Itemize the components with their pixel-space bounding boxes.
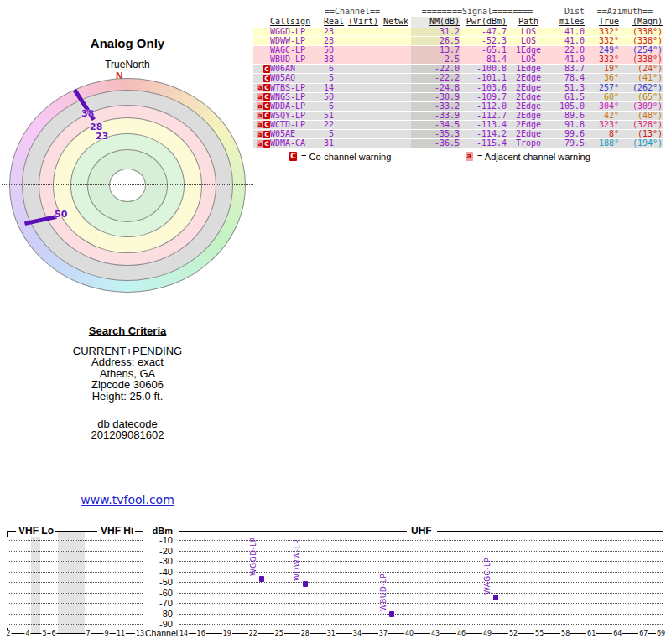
cell-magnetic-azimuth: (48°) — [619, 112, 663, 120]
channel-tick-34: 34 — [352, 630, 362, 637]
polar-plot-title: Analog Only — [0, 36, 255, 50]
table-row-WCTD-LP: aCWCTD-LP22-34.5-113.42Edge91.8323°(328°… — [253, 121, 663, 130]
cell-path: LOS — [507, 28, 544, 36]
cell-path: 2Edge — [507, 112, 544, 120]
table-row-WGGD-LP: WGGD-LP2331.2-47.7LOS41.0332°(338°) — [253, 28, 663, 37]
cell-nm-db: -35.3 — [411, 130, 460, 138]
cell-callsign: WGGD-LP — [270, 28, 324, 36]
signal-table: ==Channel== ========Signal======== Dist … — [253, 7, 663, 148]
tvfool-link[interactable]: www.tvfool.com — [81, 493, 174, 506]
criteria-line-height: Height: 25.0 ft. — [0, 391, 255, 402]
y-tick--90: -90 — [143, 619, 173, 629]
cell-callsign: WCTD-LP — [270, 121, 324, 129]
cell-magnetic-azimuth: (338°) — [619, 28, 663, 36]
cell-miles: 89.6 — [544, 112, 585, 120]
cell-real-channel: 5 — [324, 74, 346, 82]
channel-tick-49: 49 — [482, 630, 492, 637]
co-channel-warning-icon: C — [263, 65, 270, 73]
gridline — [8, 540, 143, 541]
table-row-WDMA-CA: aCWDMA-CA31-36.5-115.4Tropo79.5188°(194°… — [253, 139, 663, 148]
polar-marker-label-23: 23 — [96, 131, 108, 142]
cell-virt-channel — [346, 46, 381, 55]
group-header-signal: ========Signal======== — [411, 7, 544, 17]
cell-nm-db: -2.5 — [411, 55, 460, 64]
adjacent-channel-warning-icon: a — [257, 84, 263, 91]
cell-callsign: WDDA-LP — [270, 102, 324, 111]
co-channel-warning-icon: C — [263, 84, 270, 91]
channel-tick-31: 31 — [326, 630, 336, 637]
panel-label-vhf-lo: VHF Lo — [17, 525, 55, 537]
col-miles: miles — [559, 17, 585, 26]
cell-miles: 51.3 — [544, 84, 585, 92]
adjacent-channel-warning-icon: a — [257, 140, 263, 148]
channel-tick-69: 69 — [656, 630, 666, 637]
cell-true-azimuth: 332° — [585, 37, 619, 45]
gridline — [8, 603, 143, 604]
cell-callsign: WDWW-LP — [270, 37, 324, 45]
criteria-line-zip: Zipcode 30606 — [0, 379, 255, 390]
col-pwr: Pwr(dBm) — [466, 17, 507, 26]
cell-callsign: WSQY-LP — [270, 112, 324, 120]
table-row-WTBS-LP: aCWTBS-LP14-24.8-103.62Edge51.3257°(262°… — [253, 84, 663, 93]
gridline — [8, 624, 143, 625]
cell-true-azimuth: 36° — [585, 74, 619, 82]
adjacent-channel-warning-icon: a — [257, 121, 263, 128]
channel-tick-28: 28 — [300, 630, 310, 637]
cell-miles: 22.0 — [544, 46, 585, 55]
channel-tick-5: 5 — [41, 630, 47, 637]
group-header-dist: Dist — [544, 7, 585, 17]
cell-network — [381, 112, 411, 120]
cell-magnetic-azimuth: (13°) — [619, 130, 663, 138]
gridline — [179, 603, 663, 604]
cell-callsign: WDMA-CA — [270, 139, 324, 148]
criteria-line-mode: CURRENT+PENDING — [0, 345, 255, 356]
adjacent-channel-legend-text: = Adjacent channel warning — [477, 152, 590, 162]
cell-true-azimuth: 60° — [585, 93, 619, 101]
cell-network — [381, 139, 411, 148]
cell-nm-db: 13.7 — [411, 46, 460, 55]
cell-virt-channel — [346, 65, 381, 73]
cell-true-azimuth: 19° — [585, 65, 619, 73]
warning-flags: aC — [253, 84, 270, 92]
table-row-WDWW-LP: WDWW-LP2826.5-52.3LOS41.0332°(338°) — [253, 37, 663, 46]
channel-tick-14: 14 — [179, 630, 189, 637]
cell-path: 2Edge — [507, 93, 544, 101]
cell-real-channel: 23 — [324, 28, 346, 36]
x-axis-label: Channel — [145, 628, 178, 638]
gridline — [8, 551, 143, 552]
channel-tick-67: 67 — [638, 630, 648, 637]
co-channel-warning-icon: C — [263, 112, 270, 119]
group-header-azimuth: ==Azimuth== — [585, 7, 663, 17]
channel-tick-2: 2 — [5, 630, 11, 637]
cell-virt-channel — [346, 55, 381, 64]
signal-marker-WGGD-LP — [259, 576, 264, 582]
table-group-header: ==Channel== ========Signal======== Dist … — [253, 7, 663, 17]
panel-label-uhf: UHF — [409, 525, 434, 537]
cell-nm-db: 26.5 — [411, 37, 460, 45]
cell-virt-channel — [346, 139, 381, 148]
table-row-WAGC-LP: WAGC-LP5013.7-65.11Edge22.0249°(254°) — [253, 46, 663, 55]
cell-pwr-dbm: -81.4 — [460, 55, 507, 64]
cell-magnetic-azimuth: (254°) — [619, 46, 663, 55]
cell-virt-channel — [346, 121, 381, 129]
cell-path: 2Edge — [507, 121, 544, 129]
cell-virt-channel — [346, 28, 381, 36]
adjacent-channel-warning-icon: a — [257, 102, 263, 110]
warning-flags: aC — [253, 130, 270, 138]
cell-magnetic-azimuth: (338°) — [619, 37, 663, 45]
gridline — [179, 614, 663, 615]
gridline — [8, 572, 143, 573]
table-row-WNGS-LP: aCWNGS-LP50-30.9-109.72Edge61.560°(65°) — [253, 93, 663, 102]
cell-real-channel: 38 — [324, 55, 346, 64]
tvfool-report: Analog Only TrueNorth N 38282350 ==Chann… — [0, 0, 671, 644]
cell-network — [381, 46, 411, 55]
col-callsign: Callsign — [270, 17, 310, 26]
co-channel-warning-icon: C — [263, 93, 270, 101]
cell-magnetic-azimuth: (24°) — [619, 65, 663, 73]
channel-tick-52: 52 — [508, 630, 518, 637]
channel-tick-19: 19 — [222, 630, 232, 637]
channel-tick-58: 58 — [560, 630, 570, 637]
polar-plot-subtitle: TrueNorth — [0, 59, 255, 70]
y-tick--50: -50 — [143, 577, 173, 587]
cell-real-channel: 6 — [324, 102, 346, 111]
